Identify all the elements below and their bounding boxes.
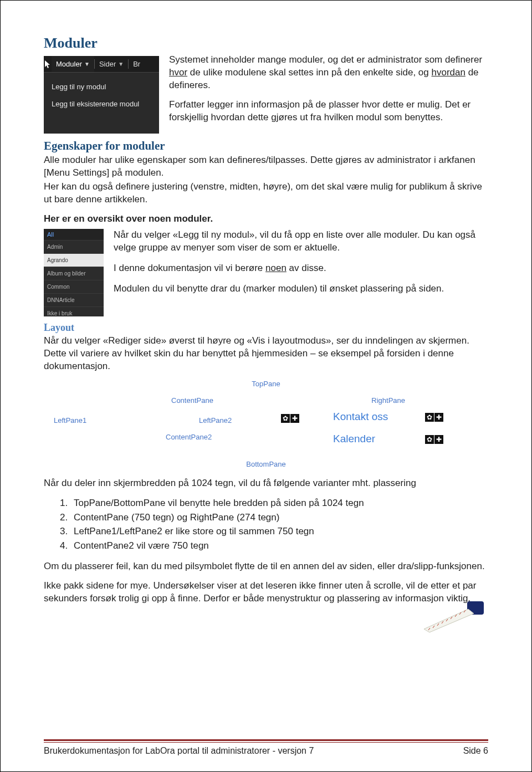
gear-icon: ✿ <box>281 414 290 423</box>
intro-text: Systemet inneholder mange moduler, og de… <box>169 54 488 134</box>
text-fragment: I denne dokumentasjon vil vi berøre <box>114 263 265 273</box>
heading-egenskaper: Egenskaper for moduler <box>44 139 488 153</box>
list-item: TopPane/BottomPane vil benytte hele bred… <box>70 496 488 510</box>
text-fragment: Systemet inneholder mange moduler, og de… <box>169 54 482 65</box>
underlined-text: noen <box>265 263 287 273</box>
paragraph-justering: Her kan du også definere justering (vens… <box>44 181 488 206</box>
pane-label-content2: ContentPane2 <box>166 433 212 441</box>
pane-label-right: RightPane <box>371 396 405 405</box>
category-item-selected: Agrando <box>44 253 104 267</box>
plus-icon: ✚ <box>434 413 443 422</box>
tab-moduler-label: Moduler <box>56 60 82 68</box>
cursor-icon <box>44 58 52 71</box>
layout-list: TopPane/BottomPane vil benytte hele bred… <box>70 496 488 553</box>
pane-label-left2: LeftPane2 <box>199 416 232 425</box>
list-item: ContentPane2 vil være 750 tegn <box>70 539 488 553</box>
tab-sider: Sider ▼ <box>95 56 128 72</box>
intro-paragraph-1: Systemet inneholder mange moduler, og de… <box>169 54 488 92</box>
category-item: Admin <box>44 240 104 253</box>
module-controls: ✿ ✚ <box>425 435 443 444</box>
underlined-text: hvordan <box>431 67 465 78</box>
layout-diagram: TopPane ContentPane RightPane LeftPane1 … <box>44 380 488 468</box>
intro-paragraph-2: Forfatter legger inn informasjon på de p… <box>169 99 488 124</box>
paragraph-layout: Når du velger «Rediger side» øverst til … <box>44 335 488 373</box>
screenshot-moduler-dropdown: Moduler ▼ Sider ▼ Br Legg til ny modul L… <box>44 56 159 134</box>
chevron-down-icon: ▼ <box>118 61 124 67</box>
list-item: ContentPane (750 tegn) og RightPane (274… <box>70 510 488 525</box>
footer-line: Brukerdokumentasjon for LabOra portal ti… <box>44 746 488 756</box>
paragraph-feil: Om du plasserer feil, kan du med pilsymb… <box>44 560 488 573</box>
module-controls: ✿ ✚ <box>425 413 443 422</box>
intro-section: Moduler ▼ Sider ▼ Br Legg til ny modul L… <box>44 54 488 134</box>
category-item: Ikke i bruk <box>44 306 104 316</box>
footer-left: Brukerdokumentasjon for LabOra portal ti… <box>44 746 314 756</box>
footer-rule <box>44 739 488 743</box>
noen-paragraph-1: Når du velger «Legg til ny modul», vil d… <box>114 229 488 254</box>
noen-paragraph-3: Modulen du vil benytte drar du (marker m… <box>114 283 488 295</box>
screenshot-toolbar: Moduler ▼ Sider ▼ Br <box>44 56 159 73</box>
category-item: DNNArticle <box>44 293 104 306</box>
tab-moduler: Moduler ▼ <box>52 56 94 72</box>
paragraph-1024: Når du deler inn skjermbredden på 1024 t… <box>44 477 488 490</box>
dd-item-new-module: Legg til ny modul <box>52 83 151 91</box>
noen-text: Når du velger «Legg til ny modul», vil d… <box>114 229 488 316</box>
heading-moduler: Moduler <box>44 35 488 52</box>
list-item: LeftPane1/LeftPane2 er like store og til… <box>70 524 488 539</box>
text-fragment: de ulike modulene skal settes inn på den… <box>187 67 431 78</box>
pane-label-top: TopPane <box>252 380 280 388</box>
category-item: Album og bilder <box>44 267 104 280</box>
pane-label-left1: LeftPane1 <box>54 416 86 425</box>
noen-paragraph-2: I denne dokumentasjon vil vi berøre noen… <box>114 262 488 275</box>
paragraph-heroversikt: Her er en oversikt over noen moduler. <box>44 213 488 226</box>
screenshot-category-list: All Admin Agrando Album og bilder Common… <box>44 229 104 316</box>
page-footer: Brukerdokumentasjon for LabOra portal ti… <box>44 739 488 756</box>
text-fragment: av disse. <box>287 263 326 273</box>
pane-label-bottom: BottomPane <box>246 460 286 468</box>
gear-icon: ✿ <box>425 435 434 444</box>
tab-sider-label: Sider <box>99 60 116 68</box>
paragraph-egenskaper: Alle moduler har ulike egenskaper som ka… <box>44 154 488 180</box>
tape-measure-icon <box>421 600 486 633</box>
plus-icon: ✚ <box>434 435 443 444</box>
dd-item-existing-module: Legg til eksisterende modul <box>52 100 151 108</box>
tab-br: Br <box>129 56 145 72</box>
module-controls: ✿ ✚ <box>281 414 299 423</box>
module-link-kalender: Kalender <box>333 433 375 445</box>
gear-icon: ✿ <box>425 413 434 422</box>
category-all: All <box>44 229 104 240</box>
noen-section: All Admin Agrando Album og bilder Common… <box>44 229 488 316</box>
module-link-kontakt: Kontakt oss <box>333 411 388 423</box>
footer-right: Side 6 <box>463 746 488 756</box>
plus-icon: ✚ <box>290 414 299 423</box>
screenshot-dropdown-items: Legg til ny modul Legg til eksisterende … <box>44 73 159 108</box>
tab-br-label: Br <box>133 60 140 68</box>
category-item: Common <box>44 280 104 293</box>
chevron-down-icon: ▼ <box>84 61 90 67</box>
document-page: Moduler Moduler ▼ Sider ▼ Br <box>0 0 532 772</box>
underlined-text: hvor <box>169 67 187 78</box>
pane-label-content: ContentPane <box>171 396 213 405</box>
heading-layout: Layout <box>44 322 488 334</box>
